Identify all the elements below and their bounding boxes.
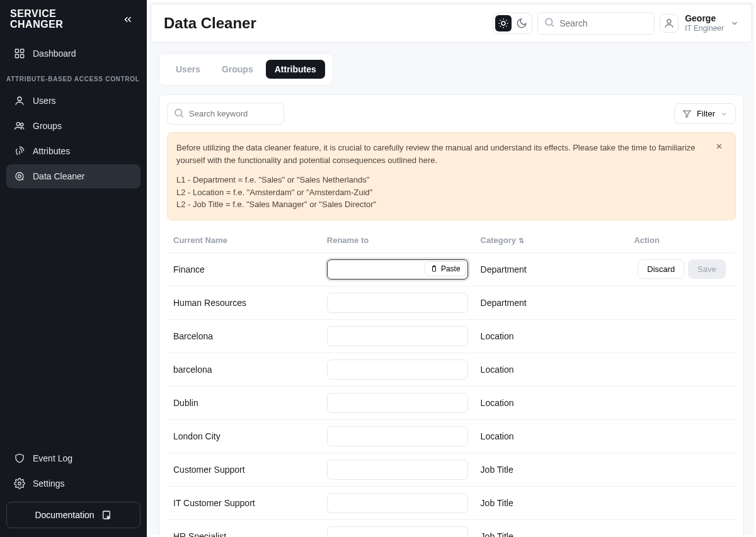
moon-icon — [516, 18, 527, 29]
current-name: London City — [167, 419, 321, 453]
filter-button[interactable]: Filter — [674, 103, 736, 124]
shield-icon — [14, 453, 25, 464]
search-icon — [173, 107, 185, 120]
svg-point-4 — [18, 97, 21, 101]
light-mode-button[interactable] — [495, 15, 512, 31]
scan-icon — [14, 171, 25, 182]
tab-groups[interactable]: Groups — [213, 60, 262, 79]
user-name: George — [685, 14, 724, 23]
documentation-button[interactable]: Documentation — [6, 502, 140, 528]
current-name: Customer Support — [167, 453, 321, 486]
users-icon — [14, 120, 25, 132]
category-cell: Location — [474, 353, 628, 386]
warning-banner: Before utilizing the data cleaner featur… — [167, 132, 736, 220]
category-cell: Location — [474, 419, 628, 453]
fingerprint-icon — [14, 145, 25, 157]
col-action: Action — [627, 228, 736, 253]
sidebar-section-label: ATTRIBUTE-BASED ACCESS CONTROL — [0, 67, 147, 89]
dark-mode-button[interactable] — [513, 15, 530, 31]
sidebar-label: Users — [33, 96, 56, 106]
clipboard-icon — [430, 265, 438, 273]
col-current: Current Name — [167, 228, 321, 253]
svg-rect-2 — [15, 54, 18, 57]
current-name: barcelona — [167, 353, 321, 386]
sidebar-label: Event Log — [33, 453, 72, 463]
svg-point-5 — [16, 122, 20, 125]
sidebar-label: Settings — [33, 478, 65, 489]
current-name: Human Resources — [167, 286, 321, 319]
discard-button[interactable]: Discard — [638, 259, 684, 279]
tab-attributes[interactable]: Attributes — [266, 60, 325, 79]
tabs: Users Groups Attributes — [159, 53, 333, 86]
external-link-icon — [101, 509, 112, 521]
paste-button[interactable]: Paste — [425, 261, 466, 276]
svg-point-9 — [18, 482, 21, 485]
table-row: HR Specialist Job Title — [167, 519, 736, 537]
doc-label: Documentation — [35, 510, 94, 520]
banner-text: Before utilizing the data cleaner featur… — [176, 142, 713, 166]
sidebar-label: Data Cleaner — [33, 171, 85, 181]
category-cell: Location — [474, 319, 628, 353]
brand-logo: SERVICE CHANGER — [10, 9, 63, 30]
user-icon — [14, 95, 25, 106]
svg-rect-3 — [21, 54, 24, 57]
rename-input[interactable] — [327, 526, 468, 538]
avatar — [660, 14, 679, 33]
data-table: Current Name Rename to Category⇅ Action … — [167, 228, 736, 538]
table-row: Human Resources Department — [167, 286, 736, 319]
tab-users[interactable]: Users — [167, 60, 209, 79]
sidebar-item-data-cleaner[interactable]: Data Cleaner — [6, 164, 140, 188]
category-cell: Location — [474, 386, 628, 419]
sidebar: SERVICE CHANGER Dashboard ATTRIBUTE-BASE… — [0, 0, 147, 537]
current-name: IT Customer Support — [167, 486, 321, 519]
main: Data Cleaner — [147, 0, 756, 537]
table-row: IT Customer Support Job Title — [167, 486, 736, 519]
sidebar-item-users[interactable]: Users — [6, 89, 140, 113]
svg-point-13 — [667, 20, 671, 23]
chevron-down-icon — [730, 19, 739, 28]
rename-input[interactable] — [327, 460, 468, 480]
gear-icon — [14, 478, 25, 489]
rename-input[interactable] — [327, 326, 468, 346]
svg-point-8 — [18, 174, 21, 178]
rename-input[interactable] — [327, 493, 468, 513]
rename-input[interactable] — [327, 359, 468, 380]
rename-input[interactable] — [327, 426, 468, 446]
save-button[interactable]: Save — [688, 259, 726, 279]
sidebar-collapse-button[interactable] — [119, 11, 137, 28]
col-rename: Rename to — [321, 228, 474, 253]
col-category[interactable]: Category⇅ — [474, 228, 628, 253]
svg-point-12 — [546, 19, 553, 26]
sidebar-item-groups[interactable]: Groups — [6, 114, 140, 138]
svg-point-14 — [175, 109, 182, 116]
banner-close-button[interactable] — [715, 139, 729, 153]
theme-toggle — [493, 13, 532, 34]
close-icon — [715, 142, 723, 150]
sidebar-label: Attributes — [33, 146, 70, 156]
page-title: Data Cleaner — [164, 14, 256, 32]
sidebar-label: Groups — [33, 121, 62, 131]
category-cell: Job Title — [474, 486, 628, 519]
category-cell: Job Title — [474, 453, 628, 486]
svg-rect-0 — [15, 49, 18, 52]
current-name: Barcelona — [167, 319, 321, 353]
data-panel: Filter Before utilizing the data cleaner… — [159, 94, 744, 537]
category-cell: Department — [474, 252, 628, 286]
sidebar-item-attributes[interactable]: Attributes — [6, 139, 140, 163]
sidebar-item-dashboard[interactable]: Dashboard — [6, 42, 140, 65]
header: Data Cleaner — [151, 4, 752, 43]
sort-icon: ⇅ — [518, 237, 524, 244]
user-menu[interactable]: George IT Engineer — [660, 14, 739, 33]
rename-input[interactable] — [327, 293, 468, 313]
table-row: Finance Paste Department DiscardSave — [167, 252, 736, 286]
chevrons-left-icon — [122, 14, 134, 25]
banner-line: L2 - Location = f.e. "Amsterdam" or "Ams… — [176, 186, 713, 199]
user-icon — [663, 18, 675, 29]
dashboard-icon — [14, 48, 25, 59]
chevron-down-icon — [720, 110, 728, 118]
sidebar-item-settings[interactable]: Settings — [6, 472, 140, 495]
sidebar-item-event-log[interactable]: Event Log — [6, 446, 140, 470]
rename-input[interactable] — [327, 393, 468, 413]
banner-line: L2 - Job Title = f.e. "Sales Manager" or… — [176, 198, 713, 211]
sun-icon — [498, 18, 509, 29]
